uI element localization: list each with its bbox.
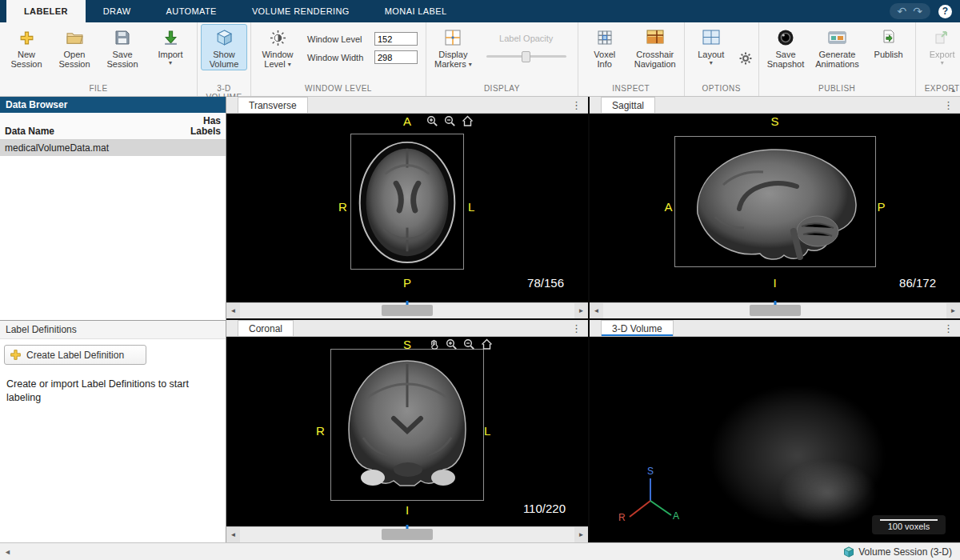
- scroll-right-icon[interactable]: ►: [946, 303, 960, 318]
- chevron-down-icon: ▾: [169, 59, 172, 66]
- tab-coronal[interactable]: Coronal: [238, 320, 294, 336]
- zoom-out-icon[interactable]: [444, 115, 456, 127]
- collapse-toolstrip-icon[interactable]: ▴: [951, 86, 955, 94]
- save-icon: [115, 27, 130, 48]
- tab-monai-label[interactable]: MONAI LABEL: [367, 0, 465, 22]
- data-row-medicalvolumedata[interactable]: medicalVolumeData.mat: [0, 140, 226, 156]
- orientation-label-right: P: [878, 200, 886, 214]
- scrollbar-thumb[interactable]: [750, 305, 801, 316]
- import-icon: [163, 27, 178, 48]
- status-bar: ◄ Volume Session (3-D): [0, 542, 960, 560]
- help-icon[interactable]: ?: [938, 5, 952, 18]
- zoom-in-icon[interactable]: [446, 338, 458, 350]
- home-icon[interactable]: [462, 115, 474, 127]
- scale-bar-line: [880, 519, 938, 521]
- sagittal-viewport[interactable]: S A P I 86/172: [590, 114, 960, 302]
- sagittal-slice-scrollbar[interactable]: ◄ ►: [590, 302, 960, 318]
- chevron-down-icon: ▾: [710, 59, 713, 66]
- scroll-left-icon[interactable]: ◄: [226, 303, 240, 318]
- column-has-labels[interactable]: Has Labels: [190, 116, 221, 137]
- window-level-label: Window Level: [307, 34, 370, 44]
- chevron-down-icon: ▾: [469, 61, 472, 68]
- transverse-viewport[interactable]: A R L P 78/156: [226, 114, 588, 302]
- collapse-panel-icon[interactable]: ◄: [0, 548, 11, 556]
- orientation-label-left: R: [316, 423, 325, 437]
- zoom-in-icon[interactable]: [426, 115, 438, 127]
- column-data-name[interactable]: Data Name: [5, 126, 54, 137]
- toolstrip: New Session Open Session Save Session: [0, 22, 960, 97]
- tab-labeler[interactable]: LABELER: [6, 0, 86, 22]
- pane-menu-icon[interactable]: ⋮: [937, 320, 960, 336]
- crosshair-navigation-button[interactable]: Crosshair Navigation: [630, 24, 681, 70]
- coronal-tabstrip: Coronal ⋮: [226, 320, 588, 337]
- gear-icon: [739, 54, 752, 67]
- save-snapshot-button[interactable]: Save Snapshot: [762, 24, 809, 70]
- section-publish: Save Snapshot Generate Animations Publis…: [759, 22, 916, 96]
- tab-3d-volume[interactable]: 3-D Volume: [601, 320, 674, 336]
- import-button[interactable]: Import ▾: [147, 24, 194, 68]
- pan-icon[interactable]: [428, 338, 440, 350]
- tab-volume-rendering[interactable]: VOLUME RENDERING: [234, 0, 367, 22]
- chevron-down-icon: ▾: [941, 59, 944, 66]
- scroll-right-icon[interactable]: ►: [574, 303, 588, 318]
- volume-session-icon: [843, 546, 854, 558]
- create-label-definition-button[interactable]: Create Label Definition: [4, 345, 146, 365]
- data-browser-panel: Data Browser Data Name Has Labels medica…: [0, 97, 226, 542]
- slider-thumb: [522, 51, 530, 62]
- axis-r-label: R: [618, 512, 626, 523]
- orientation-label-bottom: P: [403, 276, 411, 290]
- pane-menu-icon[interactable]: ⋮: [565, 97, 588, 113]
- scrollbar-thumb[interactable]: [382, 305, 433, 316]
- tab-transverse[interactable]: Transverse: [238, 97, 308, 113]
- window-level-input[interactable]: [374, 32, 418, 46]
- voxel-info-button[interactable]: Voxel Info: [582, 24, 628, 70]
- tab-automate[interactable]: AUTOMATE: [149, 0, 234, 22]
- scroll-right-icon[interactable]: ►: [574, 527, 588, 542]
- home-icon[interactable]: [481, 338, 493, 350]
- publish-icon: [881, 27, 897, 48]
- pane-menu-icon[interactable]: ⋮: [565, 320, 588, 336]
- crosshair-navigation-icon: [646, 27, 664, 48]
- section-options: Layout ▾ OPTIONS: [685, 22, 759, 96]
- coronal-slice-scrollbar[interactable]: ◄ ►: [226, 526, 588, 542]
- scroll-left-icon[interactable]: ◄: [226, 527, 240, 542]
- plus-icon: [10, 349, 22, 361]
- animations-icon: [828, 27, 846, 48]
- tab-draw[interactable]: DRAW: [86, 0, 149, 22]
- orientation-label-left: A: [665, 200, 673, 214]
- generate-animations-button[interactable]: Generate Animations: [810, 24, 863, 70]
- save-session-button[interactable]: Save Session: [99, 24, 146, 70]
- sagittal-image: [674, 136, 876, 267]
- transverse-tabstrip: Transverse ⋮: [226, 97, 588, 114]
- label-definitions-hint: Create or import Label Definitions to st…: [6, 378, 205, 405]
- volume3d-viewport[interactable]: S R A 100 voxels: [590, 337, 960, 542]
- redo-icon[interactable]: ↷: [913, 4, 922, 18]
- zoom-out-icon[interactable]: [463, 338, 475, 350]
- undo-icon[interactable]: ↶: [898, 4, 907, 18]
- layout-button[interactable]: Layout ▾: [688, 24, 734, 68]
- display-markers-button[interactable]: Display Markers ▾: [430, 24, 477, 70]
- volume3d-tabstrip: 3-D Volume ⋮: [590, 320, 960, 337]
- orientation-label-top: A: [403, 114, 411, 128]
- section-window-level: Window Level ▾ Window Level Window Width…: [251, 22, 426, 96]
- voxel-info-icon: [597, 27, 613, 48]
- coronal-viewport[interactable]: S R L I 110/220: [226, 337, 588, 526]
- window-width-input[interactable]: [374, 50, 418, 64]
- tab-sagittal[interactable]: Sagittal: [601, 97, 655, 113]
- scrollbar-thumb[interactable]: [382, 529, 433, 540]
- transverse-slice-scrollbar[interactable]: ◄ ►: [226, 302, 588, 318]
- publish-button[interactable]: Publish: [866, 24, 912, 61]
- scroll-left-icon[interactable]: ◄: [590, 303, 603, 318]
- slice-counter: 86/172: [899, 276, 936, 290]
- pane-3d-volume: 3-D Volume ⋮ S R A 100 voxels: [590, 320, 960, 542]
- open-session-button[interactable]: Open Session: [51, 24, 98, 70]
- cube-icon: [215, 27, 234, 48]
- label-opacity-label: Label Opacity: [499, 34, 553, 43]
- pane-sagittal: Sagittal ⋮ S A P I 86/172: [590, 97, 960, 318]
- window-level-button[interactable]: Window Level ▾: [254, 24, 301, 70]
- show-volume-button[interactable]: Show Volume: [201, 24, 247, 70]
- new-session-button[interactable]: New Session: [3, 24, 50, 70]
- section-display: Display Markers ▾ Label Opacity DISPLAY: [426, 22, 578, 96]
- settings-button[interactable]: [736, 49, 755, 71]
- pane-menu-icon[interactable]: ⋮: [937, 97, 960, 113]
